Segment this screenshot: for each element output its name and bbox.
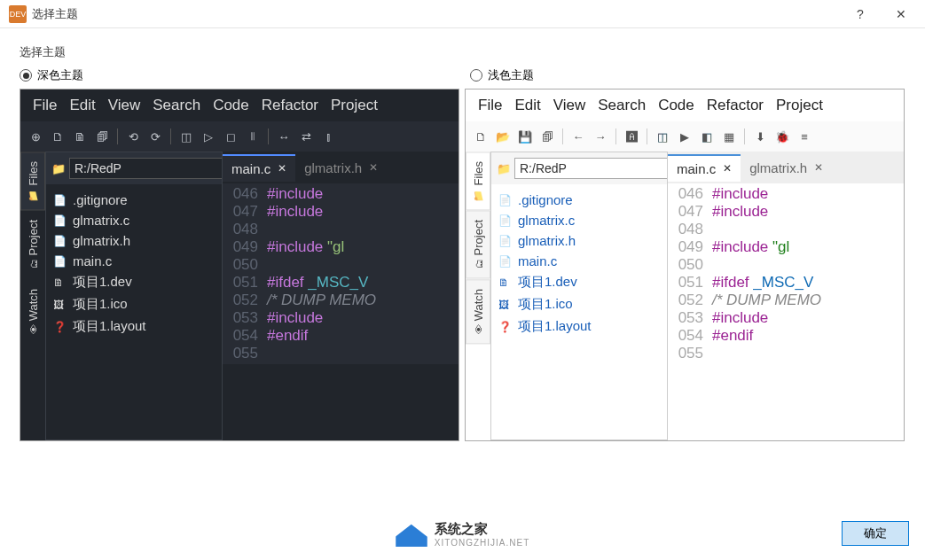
side-tab-watch[interactable]: 👁Watch	[466, 279, 490, 344]
radio-light-theme[interactable]: 浅色主题	[470, 67, 906, 83]
code-line: 049#include "gl	[223, 238, 459, 256]
toolbar-icon[interactable]: ◫	[653, 127, 672, 146]
menu-refactor[interactable]: Refactor	[256, 95, 324, 116]
toolbar-icon[interactable]: ⟲	[123, 127, 143, 146]
toolbar-icon[interactable]: ◧	[697, 127, 717, 146]
toolbar-icon[interactable]: 💾	[515, 127, 535, 146]
line-number: 050	[668, 256, 712, 274]
editor-tab[interactable]: glmatrix.h✕	[741, 155, 832, 181]
file-item[interactable]: 🗎项目1.dev	[495, 271, 663, 293]
side-tab-project[interactable]: 🗂Project	[466, 210, 490, 278]
file-item[interactable]: 📄.gitignore	[495, 190, 663, 210]
menu-file[interactable]: File	[473, 95, 507, 116]
line-number: 048	[223, 221, 267, 238]
toolbar-icon[interactable]: 🗋	[471, 127, 490, 146]
side-tab-files[interactable]: 📁Files	[20, 152, 45, 210]
toolbar-icon[interactable]: 🐞	[772, 127, 792, 146]
tab-label: glmatrix.h	[304, 160, 362, 175]
line-number: 051	[668, 274, 712, 292]
code-line: 050	[223, 256, 459, 274]
menu-search[interactable]: Search	[592, 95, 651, 116]
toolbar-icon[interactable]: ↔	[274, 127, 294, 146]
code-line: 050	[668, 256, 904, 274]
menu-search[interactable]: Search	[147, 95, 206, 116]
toolbar-icon[interactable]: ⊕	[26, 127, 45, 146]
file-item[interactable]: 📄main.c	[495, 251, 663, 271]
toolbar-icon[interactable]: 📂	[493, 127, 513, 146]
code-line: 052/* DUMP MEMO	[223, 292, 459, 309]
editor-tab[interactable]: main.c✕	[668, 154, 741, 182]
file-name: 项目1.layout	[73, 318, 146, 335]
toolbar-icon[interactable]: ◫	[176, 127, 196, 146]
path-input[interactable]	[514, 158, 668, 179]
side-tabs: 📁Files🗂Project👁Watch	[466, 152, 490, 440]
toolbar: 🗋📂💾🗐←→🅰◫▶◧▦⬇🐞≡	[466, 121, 904, 152]
file-item[interactable]: ❓项目1.layout	[495, 315, 663, 338]
menu-view[interactable]: View	[548, 95, 592, 116]
code-line: 048	[668, 221, 904, 238]
toolbar-icon[interactable]: 🅰	[622, 127, 641, 146]
menu-code[interactable]: Code	[208, 95, 255, 116]
toolbar-icon[interactable]: ⟳	[145, 127, 165, 146]
file-item[interactable]: 🗎项目1.dev	[50, 271, 218, 293]
file-item[interactable]: 📄glmatrix.c	[495, 210, 663, 230]
file-item[interactable]: 📄glmatrix.c	[50, 210, 218, 230]
code-area[interactable]: 046#include 047#include 048049#include "…	[668, 183, 904, 364]
toolbar-icon[interactable]: ▶	[675, 127, 694, 146]
close-icon[interactable]: ✕	[723, 162, 732, 175]
menu-refactor[interactable]: Refactor	[702, 95, 769, 116]
file-item[interactable]: 📄glmatrix.h	[50, 230, 218, 251]
editor-tab[interactable]: glmatrix.h✕	[295, 155, 387, 181]
toolbar-icon[interactable]: ≡	[795, 127, 814, 146]
file-name: 项目1.ico	[518, 296, 573, 313]
line-number: 049	[668, 238, 712, 256]
close-icon[interactable]: ✕	[814, 161, 823, 174]
toolbar-icon[interactable]: 🗎	[70, 127, 90, 146]
toolbar-icon[interactable]: ⬇	[750, 127, 770, 146]
file-name: glmatrix.h	[518, 233, 576, 248]
titlebar: DEV 选择主题 ? ✕	[0, 0, 925, 28]
code-area[interactable]: 046#include 047#include 048049#include "…	[223, 183, 459, 364]
file-item[interactable]: ❓项目1.layout	[50, 315, 218, 338]
menu-view[interactable]: View	[103, 95, 146, 116]
toolbar-icon[interactable]: ⫿	[318, 127, 338, 146]
toolbar-icon[interactable]: ⇄	[296, 127, 316, 146]
close-button[interactable]: ✕	[881, 1, 921, 27]
menu-project[interactable]: Project	[325, 95, 383, 116]
close-icon[interactable]: ✕	[369, 161, 378, 174]
toolbar-icon[interactable]: ←	[568, 127, 588, 146]
help-button[interactable]: ?	[840, 1, 881, 27]
toolbar-icon[interactable]: 🗐	[92, 127, 112, 146]
file-item[interactable]: 🖼项目1.ico	[50, 293, 218, 315]
toolbar-icon[interactable]: ⫴	[243, 127, 263, 146]
close-icon[interactable]: ✕	[278, 162, 286, 175]
radio-dark-theme[interactable]: 深色主题	[20, 67, 456, 83]
toolbar-icon[interactable]: →	[591, 127, 610, 146]
toolbar-icon[interactable]: ▷	[199, 127, 218, 146]
side-tab-project[interactable]: 🗂Project	[20, 210, 45, 278]
file-item[interactable]: 🖼项目1.ico	[495, 293, 663, 315]
toolbar-icon[interactable]: 🗋	[48, 127, 67, 146]
file-item[interactable]: 📄glmatrix.h	[495, 230, 663, 251]
editor-tab[interactable]: main.c✕	[223, 154, 295, 182]
menu-edit[interactable]: Edit	[64, 95, 100, 116]
menu-project[interactable]: Project	[771, 95, 828, 116]
file-icon: 📄	[498, 255, 513, 268]
file-item[interactable]: 📄main.c	[50, 251, 218, 271]
menu-edit[interactable]: Edit	[509, 95, 545, 116]
ok-button[interactable]: 确定	[842, 521, 909, 546]
side-tab-files[interactable]: 📁Files	[466, 152, 490, 210]
code-line: 046#include	[223, 185, 459, 203]
toolbar-icon[interactable]: ◻	[221, 127, 240, 146]
menu-code[interactable]: Code	[653, 95, 700, 116]
line-number: 046	[668, 185, 712, 203]
side-tab-watch[interactable]: 👁Watch	[20, 279, 45, 344]
path-input[interactable]	[69, 158, 223, 179]
toolbar-icon[interactable]: ▦	[719, 127, 739, 146]
menu-file[interactable]: File	[27, 95, 62, 116]
toolbar-icon[interactable]: 🗐	[537, 127, 557, 146]
folder-icon: 📁	[51, 159, 66, 177]
file-item[interactable]: 📄.gitignore	[50, 190, 218, 210]
line-number: 048	[668, 221, 712, 238]
line-number: 055	[668, 345, 712, 362]
